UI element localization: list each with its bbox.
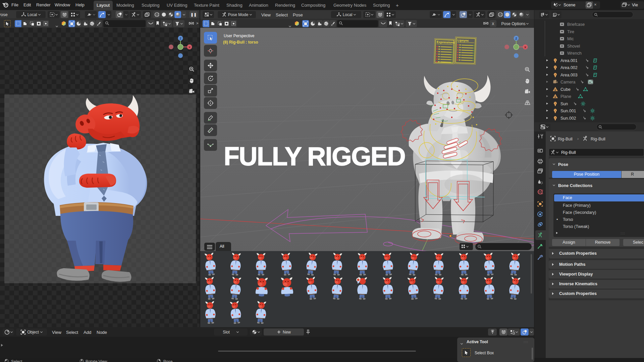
svg-text:Expressions: Expressions [437, 40, 455, 44]
svg-text:Z: Z [515, 37, 517, 40]
svg-text:Lipsync: Lipsync [458, 39, 469, 42]
svg-text:X: X [524, 46, 526, 49]
svg-text:X: X [189, 46, 191, 49]
svg-text:Z: Z [179, 37, 181, 40]
